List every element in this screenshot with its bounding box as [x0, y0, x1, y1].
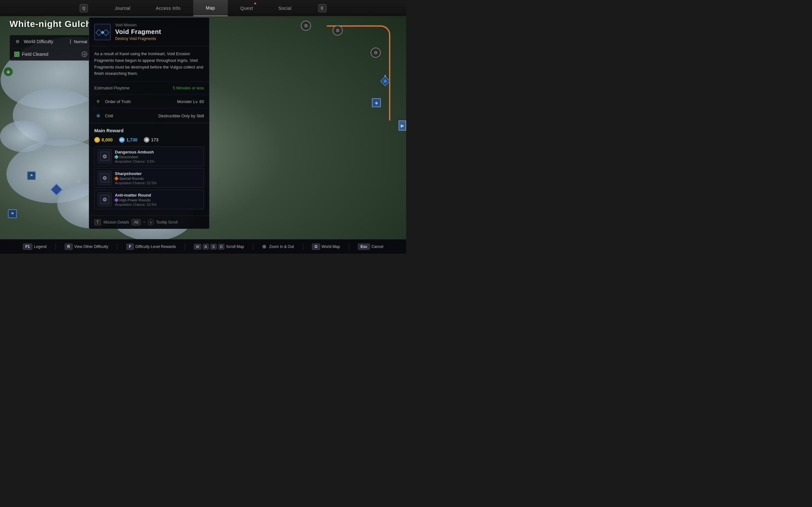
reward-chance-2: Acquisition Chance: 22.5%: [115, 181, 201, 185]
mission-subtitle: Destroy Void Fragments: [115, 37, 161, 41]
panel-header: ◇ ◆ Void Mission Void Fragment Destroy V…: [89, 18, 209, 46]
reward-item-2[interactable]: ⚙ Sharpshooter Special Rounds Acquisitio…: [94, 168, 204, 188]
nav-map[interactable]: Map: [193, 0, 228, 16]
element-icon: ❄: [94, 112, 102, 119]
navigation-bar: Q Journal Access Info Map Quest Social E: [0, 0, 406, 16]
zoom-icon: ⊕: [262, 243, 266, 249]
reward-type-2: Special Rounds: [115, 177, 201, 180]
gold-icon: [94, 137, 100, 143]
mission-type: Void Mission: [115, 23, 161, 27]
map-marker-cross[interactable]: ✛: [76, 178, 82, 185]
cancel-action[interactable]: Esc Cancel: [358, 243, 383, 250]
faction-value: Monster Lv. 60: [177, 99, 204, 104]
scroll-icon: ⇅: [148, 219, 154, 225]
scroll-map-action[interactable]: W A S D Scroll Map: [194, 244, 244, 249]
field-cleared-row[interactable]: ✓ Field Cleared ⚙: [10, 48, 92, 60]
reward-item-1[interactable]: ⚙ Dangerous Ambush Descendant Acquisitio…: [94, 147, 204, 166]
sep6: [349, 243, 349, 250]
field-cleared-checkbox[interactable]: ✓: [14, 52, 19, 57]
world-difficulty-row[interactable]: ⚙ World Difficulty Normal: [10, 35, 92, 48]
view-difficulty-label: View Other Difficulty: [74, 244, 108, 249]
w-key: W: [194, 244, 201, 249]
comp-reward: ⚙ 173: [144, 137, 158, 143]
map-marker-right-arrow[interactable]: ▶: [399, 120, 406, 131]
map-marker-flag2[interactable]: ⚑: [8, 209, 17, 218]
bottom-bar: F1 Legend R View Other Difficulty F Diff…: [0, 239, 406, 253]
world-map-action[interactable]: G World Map: [312, 243, 340, 250]
s-key: S: [210, 244, 216, 249]
element-label: Chill: [105, 114, 155, 118]
panel-footer: T Mission Details Alt + ⇅ Tooltip Scroll: [89, 216, 209, 229]
reward-item-3[interactable]: ⚙ Anti-matter Round High-Power Rounds Ac…: [94, 189, 204, 209]
faction-row: ⚜ Order of Truth Monster Lv. 60: [89, 95, 209, 109]
a-key: A: [203, 244, 209, 249]
reward-chance-1: Acquisition Chance: 3.5%: [115, 160, 201, 163]
f-key: F: [126, 243, 134, 250]
mission-icon: ◇ ◆: [94, 24, 111, 40]
reward-img-3: ⚙: [98, 192, 112, 207]
legend-action[interactable]: F1 Legend: [23, 243, 47, 250]
nav-e-button[interactable]: E: [304, 0, 341, 16]
location-name: White-night Gulch: [9, 19, 91, 29]
zoom-action[interactable]: ⊕ Zoom In & Out: [262, 243, 294, 249]
world-difficulty-value: Normal: [70, 39, 87, 44]
f1-key: F1: [23, 243, 32, 250]
comp-icon: ⚙: [144, 137, 149, 143]
xp-icon: XP: [119, 137, 125, 143]
map-marker-flag1[interactable]: ⚑: [27, 171, 36, 180]
scroll-map-label: Scroll Map: [226, 244, 244, 249]
esc-key: Esc: [358, 243, 370, 250]
reward-chance-3: Acquisition Chance: 22.5%: [115, 203, 201, 207]
map-marker-side[interactable]: ◈: [372, 98, 381, 107]
playtime-row: Estimated Playtime 5 Minutes or less: [89, 82, 209, 95]
footer-key-alt: Alt: [132, 219, 141, 225]
mission-icon-diamond: ◇ ◆: [98, 27, 107, 37]
nav-q-button[interactable]: Q: [66, 0, 102, 16]
playtime-label: Estimated Playtime: [94, 86, 130, 90]
zoom-label: Zoom In & Out: [269, 244, 294, 249]
field-cleared-label: Field Cleared: [22, 52, 82, 57]
reward-img-inner-1: ⚙: [100, 152, 109, 161]
footer-key-t: T: [94, 219, 101, 225]
nav-quest[interactable]: Quest: [228, 0, 266, 16]
map-marker-gear3[interactable]: ⚙: [371, 48, 381, 58]
view-difficulty-action[interactable]: R View Other Difficulty: [65, 243, 108, 250]
mission-panel: ◇ ◆ Void Mission Void Fragment Destroy V…: [89, 17, 209, 229]
panel-title-area: Void Mission Void Fragment Destroy Void …: [115, 23, 161, 41]
reward-name-3: Anti-matter Round: [115, 193, 201, 198]
g-key: G: [312, 243, 320, 250]
mission-description: As a result of Karel using the Ironheart…: [89, 46, 209, 82]
sep3: [185, 243, 185, 250]
type-diamond-icon-3: [114, 198, 119, 202]
map-marker-1[interactable]: ◉: [3, 67, 13, 77]
nav-access-info[interactable]: Access Info: [143, 0, 193, 16]
filter-panel: ⚙ World Difficulty Normal ✓ Field Cleare…: [9, 35, 92, 61]
reward-type-3: High-Power Rounds: [115, 198, 201, 202]
reward-name-1: Dangerous Ambush: [115, 150, 201, 155]
map-marker-gear2[interactable]: ⚙: [333, 25, 343, 36]
q-key: Q: [80, 4, 88, 12]
d-key: D: [218, 244, 225, 249]
map-marker-gear1[interactable]: ⚙: [301, 20, 311, 31]
legend-label: Legend: [34, 244, 47, 249]
rewards-title: Main Reward: [94, 128, 204, 133]
type-diamond-icon-1: [114, 155, 119, 159]
playtime-value: 5 Minutes or less: [173, 86, 204, 90]
xp-reward: XP 1,730: [119, 137, 137, 143]
map-marker-diamond1[interactable]: [51, 184, 62, 195]
field-cleared-settings[interactable]: ⚙: [82, 51, 87, 57]
footer-action-2: Tooltip Scroll: [156, 220, 178, 224]
gold-reward: 8,000: [94, 137, 113, 143]
nav-social[interactable]: Social: [266, 0, 304, 16]
element-value: Destructible Only by Skill: [158, 114, 204, 118]
world-map-label: World Map: [322, 244, 340, 249]
map-marker-diamond-right[interactable]: ▲: [380, 76, 390, 86]
reward-info-3: Anti-matter Round High-Power Rounds Acqu…: [115, 193, 201, 207]
nav-journal[interactable]: Journal: [102, 0, 143, 16]
reward-img-2: ⚙: [98, 171, 112, 185]
rewards-section: Main Reward 8,000 XP 1,730 ⚙ 173 ⚙ Dange…: [89, 123, 209, 216]
difficulty-rewards-label: Difficulty Level Rewards: [136, 244, 176, 249]
difficulty-rewards-action[interactable]: F Difficulty Level Rewards: [126, 243, 176, 250]
reward-info-2: Sharpshooter Special Rounds Acquisition …: [115, 171, 201, 185]
faction-icon: ⚜: [94, 98, 102, 105]
